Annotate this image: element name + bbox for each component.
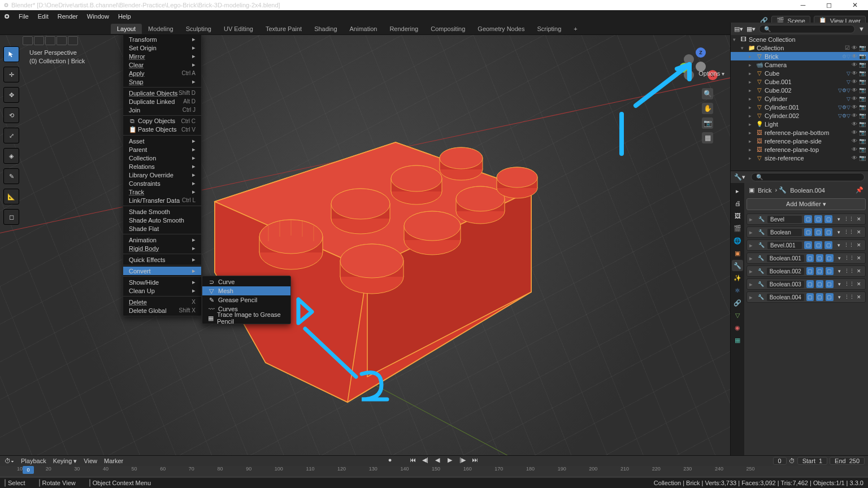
tool-addcube[interactable]: ◻ (3, 209, 19, 225)
modifier-boolean-001[interactable]: ▸🔧Boolean.001▢▢▢▾⋮⋮✕ (747, 252, 866, 264)
tab-scripting[interactable]: Scripting (531, 24, 567, 34)
props-search[interactable] (751, 173, 865, 181)
play-rev-icon[interactable]: ◀ (432, 456, 442, 464)
sel-mode-5[interactable] (68, 36, 78, 45)
zoom-icon[interactable]: 🔍 (702, 88, 713, 99)
perspective-icon[interactable]: ▦ (702, 132, 713, 143)
keyframe-prev-icon[interactable]: ◀| (420, 456, 430, 464)
current-frame[interactable]: 0 (773, 457, 787, 465)
tl-view[interactable]: View (84, 457, 97, 464)
tool-select[interactable] (3, 46, 19, 62)
menu-help[interactable]: Help (114, 12, 135, 21)
outliner-node[interactable]: ▸🖼reference-plane-top👁 📷 (731, 145, 868, 154)
ptab-world[interactable]: 🌐 (732, 235, 743, 246)
ctx-mirror[interactable]: Mirror▸ (123, 52, 201, 60)
keyframe-next-icon[interactable]: |▶ (457, 456, 467, 464)
outliner-node[interactable]: ▸▽Cylinder.001▽⚙▽👁 📷 (731, 103, 868, 111)
ctx-duplicate-linked[interactable]: Duplicate LinkedAlt D (123, 97, 201, 106)
ptab-output[interactable]: 🖨 (732, 198, 743, 209)
modifier-boolean-002[interactable]: ▸🔧Boolean.002▢▢▢▾⋮⋮✕ (747, 265, 866, 277)
modifier-boolean-003[interactable]: ▸🔧Boolean.003▢▢▢▾⋮⋮✕ (747, 278, 866, 290)
outliner-display-icon[interactable]: ▦▾ (747, 25, 756, 33)
sel-mode-4[interactable] (57, 36, 67, 45)
tl-playback[interactable]: Playback (21, 457, 46, 464)
ctx-delete-global[interactable]: Delete GlobalShift X (123, 306, 201, 315)
ctx-relations[interactable]: Relations▸ (123, 162, 201, 171)
frame-end[interactable]: End 250 (830, 457, 865, 465)
outliner-node[interactable]: ▸▽Cube.002▽⚙▽👁 📷 (731, 86, 868, 94)
outliner-node[interactable]: ▸▽Cube▽👁 📷 (731, 69, 868, 77)
ptab-physics[interactable]: ⚛ (732, 285, 743, 296)
tab-sculpting[interactable]: Sculpting (180, 24, 218, 34)
modifier-boolean-004[interactable]: ▸🔧Boolean.004▢▢▢▾⋮⋮✕ (747, 291, 866, 303)
menu-edit[interactable]: Edit (34, 12, 53, 21)
outliner-editor-icon[interactable]: ▤▾ (734, 25, 743, 33)
autokey-icon[interactable]: ● (388, 456, 392, 464)
ptab-viewlayer[interactable]: 🖼 (732, 210, 743, 221)
tab-animation[interactable]: Animation (344, 24, 384, 34)
sub-curve[interactable]: ⊃Curve (202, 277, 290, 286)
3d-viewport[interactable]: User Perspective (0) Collection | Brick … (0, 35, 730, 464)
ptab-material[interactable]: ◉ (732, 322, 743, 333)
outliner-search[interactable] (759, 25, 855, 33)
sel-mode-2[interactable] (34, 36, 44, 45)
modifier-bevel[interactable]: ▸🔧Bevel▢▢▢▾⋮⋮✕ (747, 213, 866, 225)
outliner-node[interactable]: ▾📁Collection☑ 👁 📷 (731, 43, 868, 52)
maximize-button[interactable]: ◻ (816, 0, 842, 10)
outliner-node[interactable]: ▸▽Cylinder▽👁 📷 (731, 94, 868, 103)
ctx-join[interactable]: JoinCtrl J (123, 106, 201, 114)
tab-rendering[interactable]: Rendering (383, 24, 424, 34)
tool-cursor[interactable]: ✛ (3, 67, 19, 82)
ctx-apply[interactable]: ApplyCtrl A (123, 69, 201, 77)
ctx-clear[interactable]: Clear▸ (123, 60, 201, 69)
ptab-constraints[interactable]: 🔗 (732, 297, 743, 308)
outliner-node[interactable]: ▸▽Cube.001▽👁 📷 (731, 77, 868, 86)
minimize-button[interactable]: ─ (790, 0, 816, 10)
sel-mode-1[interactable] (23, 36, 33, 45)
timeline-track[interactable]: 0 10203040506070809010011012013014015016… (0, 466, 868, 476)
tool-move[interactable]: ✥ (3, 87, 19, 103)
nav-gizmo[interactable]: Z X Y (683, 49, 719, 85)
ctx-constraints[interactable]: Constraints▸ (123, 179, 201, 188)
ptab-data[interactable]: ▽ (732, 310, 743, 321)
ctx-show-hide[interactable]: Show/Hide▸ (123, 278, 201, 286)
tab-texpaint[interactable]: Texture Paint (259, 24, 308, 34)
ctx-shade-flat[interactable]: Shade Flat (123, 224, 201, 233)
modifier-boolean[interactable]: ▸🔧Boolean▢▢▢▾⋮⋮✕ (747, 226, 866, 238)
ctx-copy-objects[interactable]: ⧉Copy ObjectsCtrl C (123, 117, 201, 125)
ctx-snap[interactable]: Snap▸ (123, 77, 201, 86)
ctx-convert[interactable]: Convert▸ (123, 267, 201, 275)
sel-mode-3[interactable] (45, 36, 55, 45)
props-editor-icon[interactable]: 🔧▾ (734, 173, 745, 181)
tool-scale[interactable]: ⤢ (3, 128, 19, 143)
ctx-parent[interactable]: Parent▸ (123, 145, 201, 154)
pan-icon[interactable]: ✋ (702, 103, 713, 114)
outliner-node[interactable]: ▸🖼reference-plane-bottom👁 📷 (731, 128, 868, 137)
ctx-library-override[interactable]: Library Override▸ (123, 171, 201, 179)
tab-compositing[interactable]: Compositing (424, 24, 471, 34)
tool-annotate[interactable]: ✎ (3, 168, 19, 184)
ctx-duplicate-objects[interactable]: Duplicate ObjectsShift D (123, 89, 201, 97)
ctx-delete[interactable]: DeleteX (123, 298, 201, 306)
menu-render[interactable]: Render (54, 12, 82, 21)
ptab-render[interactable]: ▸ (732, 185, 743, 197)
ptab-texture[interactable]: ▦ (732, 334, 743, 346)
tab-modeling[interactable]: Modeling (142, 24, 180, 34)
outliner[interactable]: ▾🎞Scene Collection▾📁Collection☑ 👁 📷▸▽Bri… (731, 35, 868, 171)
ptab-particles[interactable]: ✨ (732, 272, 743, 284)
gizmo-z-icon[interactable]: Z (696, 47, 706, 58)
ctx-track[interactable]: Track▸ (123, 188, 201, 196)
modifier-bevel-001[interactable]: ▸🔧Bevel.001▢▢▢▾⋮⋮✕ (747, 239, 866, 251)
menu-file[interactable]: File (15, 12, 33, 21)
ptab-scene[interactable]: 🎬 (732, 223, 743, 234)
timeline-editor-icon[interactable]: ⏱▾ (5, 457, 14, 464)
frame-start[interactable]: Start 1 (797, 457, 827, 465)
outliner-node[interactable]: ▸🖼reference-plane-side👁 📷 (731, 137, 868, 145)
ctx-collection[interactable]: Collection▸ (123, 154, 201, 162)
outliner-node[interactable]: ▸▽size-reference👁 📷 (731, 154, 868, 162)
camera-icon[interactable]: 📷 (702, 117, 713, 129)
pin-icon[interactable]: 📌 (856, 186, 863, 194)
ptab-modifiers[interactable]: 🔧 (732, 260, 743, 271)
tab-layout[interactable]: Layout (111, 24, 142, 34)
outliner-node[interactable]: ▸💡Light👁 📷 (731, 120, 868, 128)
